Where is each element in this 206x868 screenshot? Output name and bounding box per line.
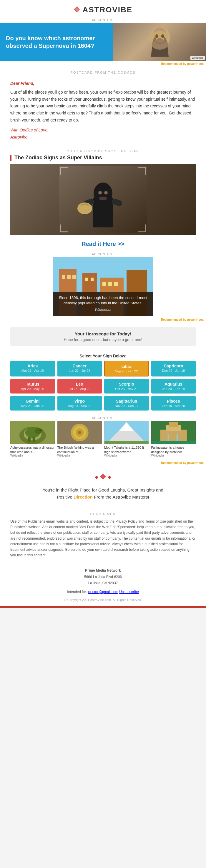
ad-4-caption-3: Mount Takahe is a 11,350 ft high snow-co… [104,445,149,454]
svg-rect-54 [169,422,178,427]
diamonds-decoration: ◆ ◆ ◆ [0,466,206,484]
svg-rect-41 [33,437,35,442]
ad-4-img-1 [10,421,55,444]
read-it-here-link[interactable]: Read it Here >> [81,241,125,247]
svg-point-15 [99,191,102,194]
sign-virgo[interactable]: Virgo Aug 23 - Sep 22 [57,396,102,410]
footer: Prime Media Network 5666 La Jolla Blvd #… [0,563,206,606]
letter-greeting: Dear Friend, [10,80,196,87]
ad-4-item-1[interactable]: Achelousaurus was a dinosaur that lived … [10,421,55,457]
letter-section: Dear Friend, Out of all the places you'l… [0,77,206,147]
svg-rect-17 [100,196,106,200]
wikipedia-badge-1: Wikipedia [190,56,205,60]
svg-rect-50 [104,441,149,444]
ad-4-item-2[interactable]: The British farthing was a continuation … [57,421,102,457]
ad-label-1: AD CONTENT [0,17,206,23]
promo-text-1: You're in the Right Place for Good Laugh… [43,487,163,492]
disclaimer-label: DISCLAIMER [10,509,196,519]
powerinbox-brand-2: powerinbox [187,318,204,321]
svg-point-46 [78,431,81,434]
svg-point-16 [104,191,107,194]
svg-rect-24 [62,275,65,279]
promo-section: You're in the Right Place for Good Laugh… [0,484,206,506]
sign-aquarius[interactable]: Aquarius Jan 20 - Feb 18 [151,379,196,394]
horoscope-section: Your Horoscope for Today! Hope for a goo… [10,327,196,346]
sign-scorpio[interactable]: Scorpio Oct 23 - Nov 21 [104,379,149,394]
ad-4-caption-2: The British farthing was a continuation … [57,445,102,454]
svg-rect-25 [67,275,71,279]
ad-banner-2[interactable]: Since 1896, this borough has been the se… [53,257,153,316]
ad-4-source-1: Wikipedia [10,454,55,457]
footer-copyright: © Copyright 2021 AstroVibe.com. All Righ… [10,597,196,603]
ad-4-caption-1: Achelousaurus was a dinosaur that lived … [10,445,55,454]
header: ASTROVIBE [0,0,206,17]
disclaimer-text: Use of this Publisher's email, website a… [10,519,196,558]
ad-banner-2-source: Wikipedia [56,307,150,312]
sign-leo[interactable]: Leo Jul 23 - Aug 22 [57,379,102,394]
svg-rect-34 [114,282,118,286]
powerinbox-rec-1: Recommended by powerinbox [0,61,206,67]
ad-4-item-3[interactable]: Mount Takahe is a 11,350 ft high snow-co… [104,421,149,457]
sign-sagittarius[interactable]: Sagittarius Nov 22 - Dec 21 [104,396,149,410]
read-link-container[interactable]: Read it Here >> [0,238,206,251]
letter-signoff: With Oodles of Love, Astrovibe [10,127,196,141]
ad-4-source-4: Wikipedia [151,454,196,457]
ad-label-3: AD CONTENT [0,415,206,421]
article-title: The Zodiac Signs as Super Villains [10,155,196,161]
ad-4-img-3 [104,421,149,444]
svg-rect-40 [28,437,31,442]
svg-rect-33 [108,282,112,286]
promo-highlight: Direction [74,494,93,499]
powerinbox-brand-1: powerinbox [187,62,204,65]
email-container: ASTROVIBE AD CONTENT Do you know which a… [0,0,206,608]
ad-label-2: AD CONTENT [0,251,206,257]
powerinbox-rec-3: Recommended by powerinbox [0,460,206,466]
footer-company: Prime Media Network [10,567,196,574]
ad-banner-1-text: Do you know which astronomer observed a … [0,28,113,56]
powerinbox-rec-2: Recommended by powerinbox [0,317,206,322]
sign-taurus[interactable]: Taurus Apr 20 - May 20 [10,379,55,394]
villain-image [59,166,147,233]
ad-4-item-4[interactable]: Fallingwater is a house designed by arch… [151,421,196,457]
article-image-bg [10,164,196,235]
footer-address-1: 5666 La Jolla Blvd #206 [10,574,196,581]
logo-diamond-icon [74,6,80,14]
footer-unsubscribe-link[interactable]: Unsubscribe [119,590,139,594]
svg-rect-32 [102,282,106,286]
svg-rect-31 [91,278,94,281]
svg-point-6 [155,34,158,38]
sign-libra[interactable]: Libra Sep 23 - Oct 22 [104,361,149,376]
svg-rect-30 [85,278,88,281]
promo-text-2: Positive [57,494,74,499]
ad-4-source-2: Wikipedia [57,454,102,457]
horoscope-subtitle: Hope for a good one... but maybe a great… [16,337,190,342]
ad-4-img-4 [151,421,196,444]
footer-email-link[interactable]: xxxxxx@gmail.com [88,590,118,594]
ad-4-grid: Achelousaurus was a dinosaur that lived … [10,421,196,457]
ad-banner-1-image [113,23,206,61]
powerinbox-brand-3: powerinbox [187,461,204,465]
sign-capricorn[interactable]: Capricorn Dec 22 - Jan 19 [151,361,196,376]
sign-gemini[interactable]: Gemini May 21 - Jun 20 [10,396,55,410]
svg-rect-52 [160,430,186,443]
sign-cancer[interactable]: Cancer Jun 21 - Jul 22 [57,361,102,376]
svg-point-39 [35,428,42,434]
ad-banner-1[interactable]: Do you know which astronomer observed a … [0,23,206,61]
svg-point-12 [94,183,112,205]
sign-aries[interactable]: Aries Mar 21 - Apr 19 [10,361,55,376]
svg-rect-57 [151,441,196,444]
promo-text-3: From the Astrovibe Masters! [93,494,149,499]
logo-text: ASTROVIBE [82,5,132,14]
ad-4-caption-4: Fallingwater is a house designed by arch… [151,445,196,454]
section-postcard-label: POSTCARD FROM THE COSMOS [0,67,206,77]
footer-address-2: La Jolla, CA 92037 [10,580,196,587]
ad-4-images: Achelousaurus was a dinosaur that lived … [10,421,196,457]
ad-4-source-3: Wikipedia [104,454,149,457]
astronomer-portrait [141,24,179,60]
letter-body: Out of all the places you'll go or have … [10,89,196,124]
ad-banner-2-wrapper[interactable]: Since 1896, this borough has been the se… [0,257,206,316]
svg-point-8 [158,38,161,40]
sign-pisces[interactable]: Pisces Feb 19 - Mar 20 [151,396,196,410]
ad-banner-2-overlay: Since 1896, this borough has been the se… [53,292,153,316]
svg-point-7 [161,34,164,38]
